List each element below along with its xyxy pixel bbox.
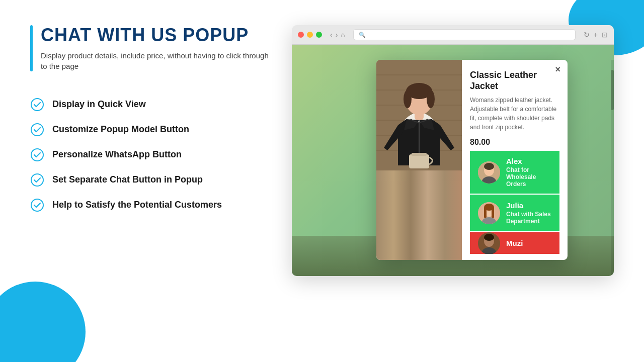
chat-contact-alex[interactable]: Alex Chat for Wholesale Orders xyxy=(470,151,559,194)
feature-label-2: Customize Popup Model Button xyxy=(52,124,189,135)
browser-search-bar[interactable]: 🔍 xyxy=(353,29,576,40)
browser-nav: ‹ › ⌂ xyxy=(330,31,345,39)
svg-point-0 xyxy=(31,99,43,111)
product-price: 80.00 xyxy=(470,138,559,147)
svg-point-16 xyxy=(404,90,412,108)
contact-name-alex: Alex xyxy=(506,157,551,165)
refresh-icon[interactable]: ↻ xyxy=(584,31,590,39)
title-bar xyxy=(30,25,33,71)
svg-rect-28 xyxy=(484,207,487,218)
feature-item-1: Display in Quick View xyxy=(30,98,272,112)
feature-label-4: Set Separate Chat Button in Popup xyxy=(52,174,203,185)
svg-point-23 xyxy=(484,163,494,170)
popup-product-image xyxy=(376,60,462,260)
right-panel: ‹ › ⌂ 🔍 ↻ + ⊡ xyxy=(292,25,614,342)
popup-content: Classic Leather Jacket Womans zipped lea… xyxy=(376,60,568,260)
feature-label-1: Display in Quick View xyxy=(52,99,146,110)
contact-info-julia: Julia Chat with Sales Department xyxy=(506,201,551,225)
contact-name-muzi: Muzi xyxy=(506,239,523,247)
check-circle-icon-1 xyxy=(30,98,44,112)
check-circle-icon-2 xyxy=(30,123,44,137)
avatar-julia xyxy=(478,202,500,224)
product-popup-modal: × xyxy=(376,60,568,260)
chat-contacts: Alex Chat for Wholesale Orders xyxy=(470,151,559,254)
close-window-button[interactable] xyxy=(298,32,304,38)
feature-item-3: Personalize WhatsApp Button xyxy=(30,148,272,162)
nav-home-icon[interactable]: ⌂ xyxy=(341,31,345,39)
avatar-muzi xyxy=(478,232,500,254)
page-title: Chat With Us Popup xyxy=(41,25,272,45)
avatar-alex xyxy=(478,161,500,184)
title-text-block: Chat With Us Popup Display product detai… xyxy=(41,25,272,71)
scroll-thumb[interactable] xyxy=(611,70,614,110)
svg-rect-19 xyxy=(409,154,429,168)
contact-name-julia: Julia xyxy=(506,201,551,210)
svg-point-17 xyxy=(427,90,435,108)
features-list: Display in Quick View Customize Popup Mo… xyxy=(30,98,272,212)
title-block: Chat With Us Popup Display product detai… xyxy=(30,25,272,71)
contact-role-alex: Chat for Wholesale Orders xyxy=(506,166,551,188)
check-circle-icon-3 xyxy=(30,148,44,162)
browser-window: ‹ › ⌂ 🔍 ↻ + ⊡ xyxy=(292,25,614,276)
contact-role-julia: Chat with Sales Department xyxy=(506,211,551,225)
chat-contact-muzi[interactable]: Muzi xyxy=(470,232,559,254)
search-icon: 🔍 xyxy=(359,32,366,38)
popup-close-button[interactable]: × xyxy=(555,65,560,74)
nav-back-icon[interactable]: ‹ xyxy=(330,31,333,39)
svg-point-2 xyxy=(31,149,43,161)
feature-item-5: Help to Satisfy the Potential Customers xyxy=(30,198,272,212)
feature-label-3: Personalize WhatsApp Button xyxy=(52,149,182,160)
nav-forward-icon[interactable]: › xyxy=(336,31,338,39)
chat-contact-julia[interactable]: Julia Chat with Sales Department xyxy=(470,195,559,231)
svg-point-33 xyxy=(484,234,494,241)
check-circle-icon-4 xyxy=(30,173,44,187)
contact-info-alex: Alex Chat for Wholesale Orders xyxy=(506,157,551,188)
add-tab-icon[interactable]: + xyxy=(594,31,598,39)
page-content: Chat With Us Popup Display product detai… xyxy=(0,0,644,362)
browser-actions: ↻ + ⊡ xyxy=(584,31,608,39)
svg-point-3 xyxy=(31,174,43,186)
jacket-svg xyxy=(376,60,462,170)
product-description: Womans zipped leather jacket. Adjustable… xyxy=(470,96,559,132)
browser-body: × xyxy=(292,45,614,276)
left-panel: Chat With Us Popup Display product detai… xyxy=(30,25,272,342)
feature-item-2: Customize Popup Model Button xyxy=(30,123,272,137)
svg-point-4 xyxy=(31,199,43,211)
feature-item-4: Set Separate Chat Button in Popup xyxy=(30,173,272,187)
popup-details: Classic Leather Jacket Womans zipped lea… xyxy=(462,60,568,260)
maximize-window-button[interactable] xyxy=(316,32,322,38)
page-subtitle: Display product details, include price, … xyxy=(41,50,272,71)
svg-rect-29 xyxy=(492,207,494,218)
product-title: Classic Leather Jacket xyxy=(470,70,559,92)
browser-toolbar: ‹ › ⌂ 🔍 ↻ + ⊡ xyxy=(292,25,614,45)
minimize-window-button[interactable] xyxy=(307,32,313,38)
scroll-indicator xyxy=(611,60,614,276)
feature-label-5: Help to Satisfy the Potential Customers xyxy=(52,200,222,210)
check-circle-icon-5 xyxy=(30,198,44,212)
svg-rect-20 xyxy=(412,153,427,156)
svg-point-1 xyxy=(31,124,43,136)
contact-info-muzi: Muzi xyxy=(506,239,523,247)
traffic-lights xyxy=(298,32,322,38)
more-options-icon[interactable]: ⊡ xyxy=(602,31,608,39)
